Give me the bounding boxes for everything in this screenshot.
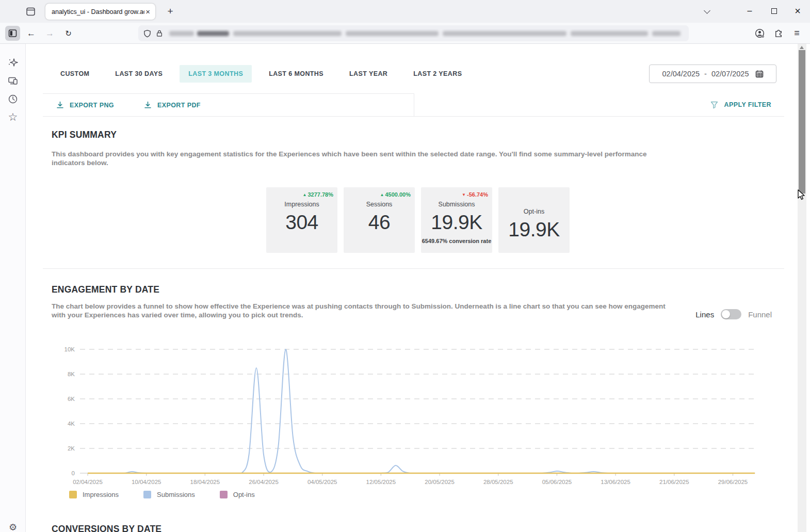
date-range-tabs: CUSTOM LAST 30 DAYS LAST 3 MONTHS LAST 6… xyxy=(52,65,479,83)
engagement-description: The chart below provides a funnel to sho… xyxy=(52,302,680,319)
tab-last-2-years[interactable]: LAST 2 YEARS xyxy=(404,65,471,83)
firefox-view-icon[interactable] xyxy=(23,4,38,19)
date-end: 02/07/2025 xyxy=(711,70,749,78)
tab-last-year[interactable]: LAST YEAR xyxy=(341,65,396,83)
list-tabs-chevron-icon[interactable] xyxy=(701,7,713,15)
tab-last-30-days[interactable]: LAST 30 DAYS xyxy=(106,65,171,83)
vertical-scrollbar[interactable] xyxy=(798,44,806,532)
submissions-swatch xyxy=(143,491,151,498)
back-button[interactable]: ← xyxy=(24,26,39,41)
account-icon[interactable] xyxy=(752,26,767,41)
bookmarks-star-icon[interactable]: ☆ xyxy=(6,110,20,124)
sidebar-toggle-button[interactable] xyxy=(5,26,20,41)
engagement-heading: ENGAGEMENT BY DATE xyxy=(52,284,159,295)
section-divider xyxy=(43,268,784,269)
toggle-label-lines[interactable]: Lines xyxy=(695,310,714,319)
forward-button[interactable]: → xyxy=(42,26,57,41)
toolbar-row: EXPORT PNG EXPORT PDF APPLY FILTER xyxy=(43,93,784,117)
new-tab-button[interactable]: + xyxy=(163,4,177,19)
kpi-card-submissions: ▼-56.74% Submissions 19.9K 6549.67% conv… xyxy=(421,187,492,253)
calendar-icon[interactable] xyxy=(755,70,764,78)
kpi-summary-description: This dashboard provides you with key eng… xyxy=(52,150,680,167)
legend-impressions[interactable]: Impressions xyxy=(69,491,119,498)
svg-text:2K: 2K xyxy=(68,445,75,452)
browser-nav-bar: ← → ↻ ≡ xyxy=(0,23,810,44)
kpi-value: 304 xyxy=(266,211,337,234)
kpi-summary-heading: KPI SUMMARY xyxy=(52,130,117,140)
kpi-card-opt-ins: Opt-ins 19.9K xyxy=(498,187,570,253)
svg-text:21/06/2025: 21/06/2025 xyxy=(659,479,689,485)
conversions-heading: CONVERSIONS BY DATE xyxy=(52,524,161,532)
switch-knob[interactable] xyxy=(722,310,730,318)
triangle-up-icon: ▲ xyxy=(380,192,384,197)
tab-custom[interactable]: CUSTOM xyxy=(52,65,98,83)
window-minimize-button[interactable]: – xyxy=(738,0,762,22)
settings-gear-icon[interactable]: ⚙ xyxy=(6,520,20,532)
window-close-button[interactable]: × xyxy=(786,0,809,22)
tab-last-6-months[interactable]: LAST 6 MONTHS xyxy=(260,65,332,83)
svg-text:29/06/2025: 29/06/2025 xyxy=(718,479,748,485)
svg-text:0: 0 xyxy=(72,470,75,476)
legend-submissions[interactable]: Submissions xyxy=(143,491,195,498)
url-bar[interactable] xyxy=(138,25,689,41)
scrollbar-thumb[interactable] xyxy=(799,50,805,194)
dashboard-content: CUSTOM LAST 30 DAYS LAST 3 MONTHS LAST 6… xyxy=(26,44,798,532)
svg-text:26/04/2025: 26/04/2025 xyxy=(249,479,279,485)
svg-text:4K: 4K xyxy=(68,421,75,427)
chart-legend: Impressions Submissions Opt-ins xyxy=(69,491,255,498)
kpi-label: Sessions xyxy=(344,201,415,208)
svg-text:05/06/2025: 05/06/2025 xyxy=(542,479,572,485)
download-icon xyxy=(144,101,152,109)
kpi-cards-row: ▲3277.78% Impressions 304 ▲4500.00% Sess… xyxy=(52,187,784,253)
filter-funnel-icon xyxy=(710,101,718,109)
tab-close-icon[interactable]: × xyxy=(144,8,151,15)
conversion-rate-note: 6549.67% conversion rate xyxy=(421,238,492,244)
svg-text:20/05/2025: 20/05/2025 xyxy=(425,479,455,485)
legend-opt-ins[interactable]: Opt-ins xyxy=(220,491,255,498)
kpi-delta: ▼-56.74% xyxy=(462,191,488,198)
apply-filter-button[interactable]: APPLY FILTER xyxy=(710,93,771,116)
kpi-value: 19.9K xyxy=(421,211,492,234)
impressions-swatch xyxy=(69,491,77,498)
firefox-sidebar: ☆ ⚙ xyxy=(0,44,26,532)
ai-sparkles-icon[interactable] xyxy=(6,55,20,70)
export-pdf-button[interactable]: EXPORT PDF xyxy=(144,101,201,109)
export-png-button[interactable]: EXPORT PNG xyxy=(56,101,114,109)
extensions-puzzle-icon[interactable] xyxy=(771,26,786,41)
date-start: 02/04/2025 xyxy=(662,70,700,78)
kpi-delta: ▲3277.78% xyxy=(303,191,333,198)
mouse-cursor xyxy=(797,189,806,203)
opt-ins-swatch xyxy=(220,491,228,498)
tab-last-3-months[interactable]: LAST 3 MONTHS xyxy=(180,65,252,83)
kpi-label: Impressions xyxy=(266,201,337,208)
kpi-label: Opt-ins xyxy=(498,208,570,215)
triangle-down-icon: ▼ xyxy=(462,192,466,197)
date-separator: - xyxy=(704,70,707,78)
kpi-delta: ▲4500.00% xyxy=(380,191,411,198)
svg-text:6K: 6K xyxy=(68,396,75,402)
download-icon xyxy=(56,101,64,109)
lock-icon[interactable] xyxy=(156,29,163,37)
toggle-label-funnel[interactable]: Funnel xyxy=(748,310,772,319)
kpi-value: 46 xyxy=(344,211,415,234)
scrollbar-up-arrow[interactable] xyxy=(800,46,804,49)
reload-button[interactable]: ↻ xyxy=(61,26,76,41)
tab-title: analytics_ui - Dashboard grow.accou xyxy=(52,8,144,15)
browser-tab[interactable]: analytics_ui - Dashboard grow.accou × xyxy=(45,4,155,20)
browser-tab-bar: analytics_ui - Dashboard grow.accou × + … xyxy=(0,0,810,23)
date-range-input[interactable]: 02/04/2025 - 02/07/2025 xyxy=(649,65,776,83)
kpi-card-sessions: ▲4500.00% Sessions 46 xyxy=(344,187,415,253)
history-clock-icon[interactable] xyxy=(6,92,20,106)
hamburger-menu-icon[interactable]: ≡ xyxy=(789,26,804,41)
kpi-label: Submissions xyxy=(421,201,492,208)
synced-tabs-icon[interactable] xyxy=(6,74,20,88)
svg-text:18/04/2025: 18/04/2025 xyxy=(190,479,220,485)
svg-text:02/04/2025: 02/04/2025 xyxy=(73,479,103,485)
lines-funnel-switch[interactable] xyxy=(721,309,741,319)
engagement-line-chart[interactable]: 02K4K6K8K10K02/04/202510/04/202518/04/20… xyxy=(52,338,784,490)
svg-text:28/05/2025: 28/05/2025 xyxy=(483,479,513,485)
kpi-card-impressions: ▲3277.78% Impressions 304 xyxy=(266,187,337,253)
shield-icon[interactable] xyxy=(143,29,151,38)
url-text-redacted xyxy=(167,29,684,38)
window-maximize-button[interactable] xyxy=(762,0,786,22)
